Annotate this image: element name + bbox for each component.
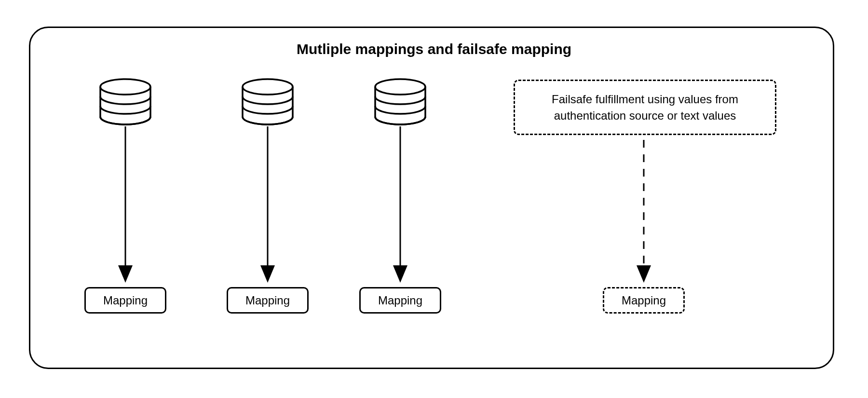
failsafe-source-box: Failsafe fulfillment using values from a… <box>514 80 776 135</box>
diagram-container <box>29 27 834 369</box>
failsafe-text: Failsafe fulfillment using values from a… <box>525 91 765 124</box>
mapping-box: Mapping <box>359 287 441 314</box>
mapping-label: Mapping <box>622 294 666 307</box>
mapping-label: Mapping <box>245 294 290 307</box>
mapping-box: Mapping <box>84 287 166 314</box>
mapping-box: Mapping <box>227 287 309 314</box>
mapping-box-failsafe: Mapping <box>603 287 685 314</box>
diagram-title: Mutliple mappings and failsafe mapping <box>0 41 868 57</box>
mapping-label: Mapping <box>103 294 148 307</box>
mapping-label: Mapping <box>378 294 422 307</box>
